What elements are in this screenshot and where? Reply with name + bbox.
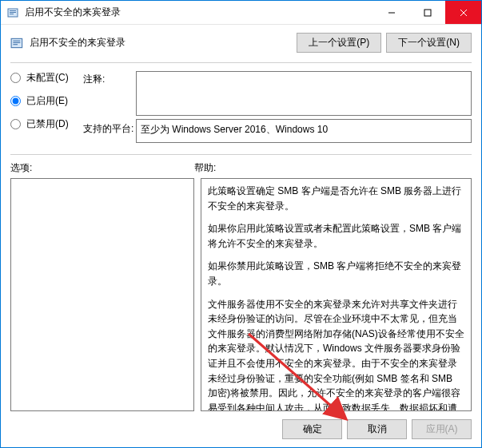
svg-rect-5 [424,10,431,16]
options-panel [10,178,194,411]
radio-disabled-input[interactable] [10,119,21,129]
radio-label: 已禁用(D) [26,117,69,131]
ok-button[interactable]: 确定 [282,419,342,439]
close-button[interactable] [445,1,481,24]
divider [10,154,472,155]
policy-title: 启用不安全的来宾登录 [30,36,297,50]
apply-button: 应用(A) [412,419,472,439]
policy-icon [7,6,20,19]
radio-label: 未配置(C) [26,71,69,85]
supported-platform-label: 支持的平台: [83,119,131,136]
svg-rect-2 [10,12,16,13]
next-setting-button[interactable]: 下一个设置(N) [386,33,472,53]
svg-rect-11 [13,44,18,45]
radio-enabled-input[interactable] [10,96,21,106]
titlebar: 启用不安全的来宾登录 [1,1,481,25]
maximize-button[interactable] [409,1,445,24]
svg-rect-3 [10,14,14,14]
radio-not-configured-input[interactable] [10,73,21,83]
supported-platform-text: 至少为 Windows Server 2016、Windows 10 [141,124,328,135]
supported-platform-box: 至少为 Windows Server 2016、Windows 10 [136,119,472,143]
help-text: 此策略设置确定 SMB 客户端是否允许在 SMB 服务器上进行不安全的来宾登录。 [208,184,464,213]
help-label: 帮助: [194,161,472,175]
help-text: 如果你启用此策略设置或者未配置此策略设置，SMB 客户端将允许不安全的来宾登录。 [208,221,464,251]
cancel-button[interactable]: 取消 [347,419,407,439]
policy-icon [10,36,25,50]
svg-rect-9 [13,40,20,41]
comment-label: 注释: [83,71,131,86]
dialog-footer: 确定 取消 应用(A) [1,419,481,447]
minimize-button[interactable] [373,1,409,24]
help-text: 文件服务器使用不安全的来宾登录来允许对共享文件夹进行未经身份验证的访问。尽管在企… [208,297,464,411]
radio-enabled[interactable]: 已启用(E) [10,94,78,108]
help-panel[interactable]: 此策略设置确定 SMB 客户端是否允许在 SMB 服务器上进行不安全的来宾登录。… [201,178,472,411]
svg-rect-10 [13,42,20,42]
window-title: 启用不安全的来宾登录 [25,6,373,19]
radio-disabled[interactable]: 已禁用(D) [10,117,78,131]
divider [10,62,472,63]
radio-not-configured[interactable]: 未配置(C) [10,71,78,85]
radio-label: 已启用(E) [26,94,68,108]
options-label: 选项: [10,161,194,175]
dialog-window: 启用不安全的来宾登录 启用不安全的来宾登录 上一个设置(P) 下一个设置(N) … [0,0,482,448]
help-text: 如果你禁用此策略设置，SMB 客户端将拒绝不安全的来宾登录。 [208,259,464,288]
previous-setting-button[interactable]: 上一个设置(P) [297,33,381,53]
comment-input[interactable] [136,71,472,116]
svg-rect-1 [10,10,16,11]
